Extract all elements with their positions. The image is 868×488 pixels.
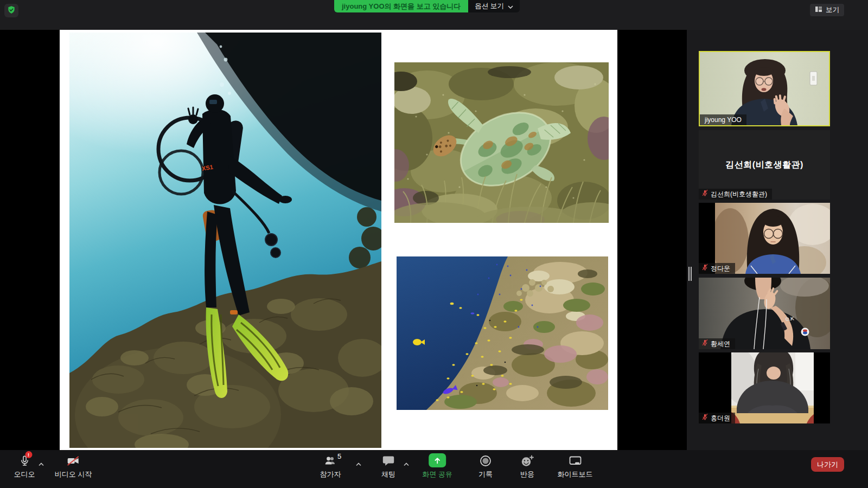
video-hong-deowon: [731, 352, 814, 423]
record-icon: [479, 453, 492, 467]
chat-bubble-icon: [382, 453, 395, 467]
whiteboard-button[interactable]: 화이트보드: [558, 453, 593, 479]
name-plate: 김선희(비호생활관): [699, 189, 772, 200]
record-button[interactable]: 기록: [478, 453, 493, 479]
shield-check-icon: [7, 5, 16, 16]
view-options-button[interactable]: 옵션 보기: [468, 0, 519, 12]
reactions-smiley-icon: [520, 453, 534, 467]
participants-options-caret[interactable]: [356, 459, 362, 463]
panel-resize-handle[interactable]: [688, 267, 693, 281]
participant-name: 정다운: [711, 264, 730, 273]
chat-label: 채팅: [381, 470, 395, 479]
participant-name: 홍더원: [711, 413, 730, 423]
audio-label: 오디오: [14, 470, 35, 479]
meeting-toolbar: ! 오디오 비디오 시작 5 참가자 채팅: [0, 450, 868, 488]
microphone-icon: !: [18, 453, 30, 467]
chevron-down-icon: [508, 3, 513, 10]
mic-muted-icon: [701, 189, 709, 199]
svg-text:O.K: O.K: [785, 316, 794, 322]
shared-screen-area: XS1: [0, 30, 687, 450]
mic-muted-icon: [701, 264, 709, 273]
photo-scuba-diver: XS1: [69, 33, 381, 448]
start-video-button[interactable]: 비디오 시작: [55, 453, 92, 479]
top-bar: jiyoung YOO의 화면을 보고 있습니다 옵션 보기 보기: [0, 0, 868, 30]
reactions-button[interactable]: 반응: [520, 453, 534, 479]
audio-button[interactable]: ! 오디오: [14, 453, 35, 479]
share-screen-button[interactable]: 화면 공유: [422, 453, 452, 479]
participant-name: 김선희(비호생활관): [711, 189, 767, 199]
shared-slide: XS1: [60, 30, 617, 450]
participants-icon: 5: [323, 453, 337, 467]
grid-view-icon: [815, 6, 822, 14]
participants-count: 5: [337, 452, 341, 460]
view-options-label: 옵션 보기: [475, 2, 503, 11]
participant-tile-jiyoung-yoo[interactable]: jiyoung YOO: [699, 51, 830, 126]
camera-off-icon: [66, 453, 80, 467]
participants-button[interactable]: 5 참가자: [320, 453, 341, 479]
photo-sea-turtle: [394, 62, 609, 223]
share-screen-icon: [429, 453, 446, 467]
reactions-label: 반응: [520, 470, 534, 479]
participant-tile-hong-deowon[interactable]: 홍더원: [699, 352, 830, 423]
start-video-label: 비디오 시작: [55, 470, 92, 479]
name-plate: jiyoung YOO: [700, 114, 746, 125]
name-plate: 황세연: [699, 338, 735, 349]
screen-share-banner: jiyoung YOO의 화면을 보고 있습니다: [334, 0, 468, 12]
name-plate: 정다운: [699, 263, 735, 274]
participant-name: jiyoung YOO: [705, 115, 742, 125]
chat-button[interactable]: 채팅: [381, 453, 395, 479]
participants-label: 참가자: [320, 470, 341, 479]
participant-tile-hwang-seyeon[interactable]: O.K 황세연: [699, 278, 830, 349]
participant-name: 황세연: [711, 339, 730, 349]
view-label: 보기: [826, 5, 839, 15]
mic-muted-icon: [701, 339, 709, 349]
view-layout-button[interactable]: 보기: [810, 4, 844, 16]
screen-share-banner-group: jiyoung YOO의 화면을 보고 있습니다 옵션 보기: [334, 0, 520, 12]
audio-options-caret[interactable]: [39, 459, 44, 463]
name-plate: 홍더원: [699, 413, 735, 423]
participant-tile-jung-dawoon[interactable]: 정다운: [699, 203, 830, 274]
share-screen-label: 화면 공유: [422, 470, 452, 479]
chat-options-caret[interactable]: [404, 459, 410, 463]
whiteboard-icon: [568, 453, 582, 467]
zoom-meeting-window: jiyoung YOO의 화면을 보고 있습니다 옵션 보기 보기: [0, 0, 868, 488]
record-label: 기록: [478, 470, 493, 479]
participant-tile-kim-sunhee[interactable]: 김선희(비호생활관) 김선희(비호생활관): [699, 130, 830, 200]
leave-meeting-button[interactable]: 나가기: [811, 457, 844, 472]
audio-alert-badge: !: [25, 451, 32, 458]
security-shield-button[interactable]: [4, 4, 18, 17]
mic-muted-icon: [701, 413, 709, 423]
whiteboard-label: 화이트보드: [558, 470, 593, 479]
photo-coral-reef: [397, 256, 608, 410]
